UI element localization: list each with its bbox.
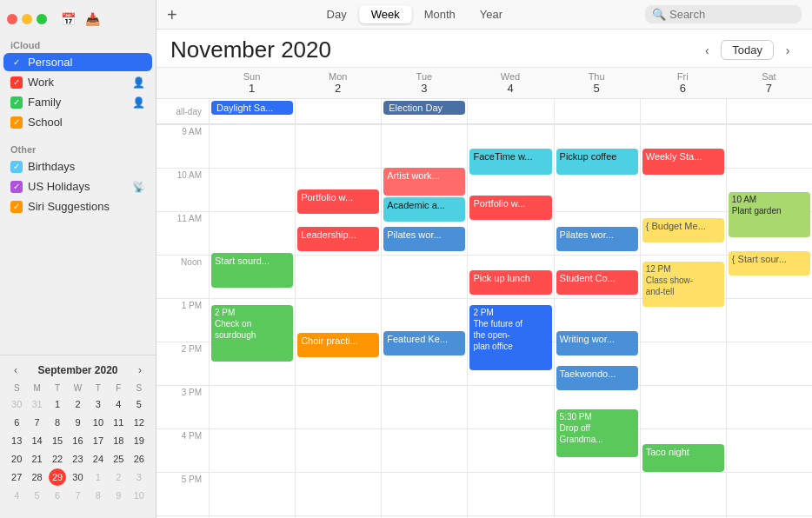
event-budget-me[interactable]: { Budget Me... xyxy=(642,218,724,242)
event-portfolio-mon[interactable]: Portfolio w... xyxy=(297,189,379,214)
mini-cal-day[interactable]: 4 xyxy=(8,487,25,504)
close-button[interactable] xyxy=(7,14,17,24)
sidebar-item-family[interactable]: ✓ Family 👤 xyxy=(3,93,152,111)
mini-cal-day[interactable]: 5 xyxy=(29,487,46,504)
mini-cal-day[interactable]: 17 xyxy=(90,432,107,449)
mini-cal-day[interactable]: 21 xyxy=(29,450,46,468)
event-taekwondo[interactable]: Taekwondo... xyxy=(556,366,638,390)
tab-month[interactable]: Month xyxy=(412,5,468,23)
mini-cal-day[interactable]: 6 xyxy=(8,414,25,431)
event-election-day[interactable]: Election Day xyxy=(383,101,465,115)
search-input[interactable] xyxy=(669,8,795,21)
mini-cal-day-today[interactable]: 29 xyxy=(49,468,66,486)
mini-cal-day[interactable]: 11 xyxy=(110,414,127,431)
mini-cal-day[interactable]: 7 xyxy=(69,487,86,504)
event-weekly-sta[interactable]: Weekly Sta... xyxy=(642,149,724,175)
event-artist-work[interactable]: Artist work... xyxy=(383,168,465,196)
mini-cal-day[interactable]: 12 xyxy=(130,414,148,431)
birthdays-checkbox[interactable]: ✓ xyxy=(10,161,23,173)
mini-cal-day[interactable]: 31 xyxy=(29,395,46,413)
cal-next-btn[interactable]: › xyxy=(777,40,798,61)
mini-cal-day[interactable]: 20 xyxy=(8,450,25,468)
mini-cal-day[interactable]: 2 xyxy=(69,395,86,413)
mini-cal-day[interactable]: 8 xyxy=(90,487,107,504)
sidebar-item-birthdays[interactable]: ✓ Birthdays xyxy=(3,157,152,176)
event-pickup-coffee[interactable]: Pickup coffee xyxy=(556,149,638,175)
event-writing-wor[interactable]: Writing wor... xyxy=(556,331,638,355)
sidebar-item-siri[interactable]: ✓ Siri Suggestions xyxy=(3,197,152,216)
cal-today-btn[interactable]: Today xyxy=(721,40,774,60)
mini-cal-day[interactable]: 28 xyxy=(29,468,46,486)
zoom-button[interactable] xyxy=(37,14,47,24)
mini-cal-day[interactable]: 10 xyxy=(130,487,148,504)
event-plant-garden[interactable]: 10 AMPlant garden xyxy=(729,192,810,237)
add-event-button[interactable]: + xyxy=(167,6,177,23)
family-checkbox[interactable]: ✓ xyxy=(10,96,23,109)
sidebar-item-work[interactable]: ✓ Work 👤 xyxy=(3,73,152,91)
sidebar-item-personal[interactable]: ✓ Personal xyxy=(3,53,152,71)
event-leadership[interactable]: Leadership... xyxy=(297,227,379,251)
mini-cal-day[interactable]: 13 xyxy=(8,432,25,449)
mini-cal-day[interactable]: 19 xyxy=(130,432,148,449)
mini-cal-day[interactable]: 24 xyxy=(90,450,107,468)
mini-cal-day[interactable]: 16 xyxy=(69,432,86,449)
mini-cal-day[interactable]: 3 xyxy=(90,395,107,413)
mini-cal-prev[interactable]: ‹ xyxy=(10,364,21,376)
mini-cal-next[interactable]: › xyxy=(135,364,145,376)
mini-cal-day[interactable]: 9 xyxy=(110,487,127,504)
mini-cal-day[interactable]: 30 xyxy=(69,468,86,486)
event-featured-ke[interactable]: Featured Ke... xyxy=(383,331,465,355)
search-box[interactable]: 🔍 xyxy=(645,5,802,23)
mini-cal-day[interactable]: 1 xyxy=(49,395,66,413)
mini-cal-day[interactable]: 1 xyxy=(90,468,107,486)
mini-cal-day[interactable]: 23 xyxy=(69,450,86,468)
mini-cal-day[interactable]: 7 xyxy=(29,414,46,431)
tab-day[interactable]: Day xyxy=(315,5,359,23)
sidebar-item-school[interactable]: ✓ School xyxy=(3,113,152,131)
mini-cal-day[interactable]: 22 xyxy=(49,450,66,468)
event-pilates-tue[interactable]: Pilates wor... xyxy=(383,227,465,251)
mini-cal-day[interactable]: 2 xyxy=(110,468,127,486)
mini-cal-day[interactable]: 27 xyxy=(8,468,25,486)
event-future-open-plan[interactable]: 2 PMThe future ofthe open-plan office xyxy=(469,305,551,370)
event-pilates-thu[interactable]: Pilates wor... xyxy=(556,227,638,251)
mini-cal-day[interactable]: 5 xyxy=(130,395,148,413)
mini-cal-day[interactable]: 9 xyxy=(69,414,86,431)
event-facetime[interactable]: FaceTime w... xyxy=(469,149,551,175)
minimize-button[interactable] xyxy=(22,14,32,24)
mini-cal-day[interactable]: 4 xyxy=(110,395,127,413)
event-start-sour-sat[interactable]: { Start sour... xyxy=(729,251,810,276)
calendar-icon[interactable]: 📅 xyxy=(59,10,77,28)
mini-cal-day[interactable]: 10 xyxy=(90,414,107,431)
event-daylight-saving[interactable]: Daylight Sa... xyxy=(211,101,293,115)
mini-cal-day[interactable]: 18 xyxy=(110,432,127,449)
us-holidays-checkbox[interactable]: ✓ xyxy=(10,181,23,193)
mini-cal-day[interactable]: 6 xyxy=(49,487,66,504)
event-academic[interactable]: Academic a... xyxy=(383,197,465,222)
event-start-sourdough[interactable]: Start sourd... xyxy=(211,253,293,288)
mini-cal-day[interactable]: 8 xyxy=(49,414,66,431)
mini-cal-day[interactable]: 25 xyxy=(110,450,127,468)
event-student-co[interactable]: Student Co... xyxy=(556,270,638,295)
event-check-sourdough[interactable]: 2 PMCheck onsourdough xyxy=(211,305,293,362)
mini-cal-day[interactable]: 15 xyxy=(49,432,66,449)
event-drop-off-grandma[interactable]: 5:30 PMDrop offGrandma... xyxy=(556,409,638,457)
siri-checkbox[interactable]: ✓ xyxy=(10,201,23,213)
sidebar-item-us-holidays[interactable]: ✓ US Holidays 📡 xyxy=(3,177,152,196)
event-portfolio-wed[interactable]: Portfolio w... xyxy=(469,196,551,220)
mini-cal-day[interactable]: 30 xyxy=(8,395,25,413)
event-class-show[interactable]: 12 PMClass show-and-tell xyxy=(642,262,724,307)
school-checkbox[interactable]: ✓ xyxy=(10,116,23,129)
work-checkbox[interactable]: ✓ xyxy=(10,76,23,89)
inbox-icon[interactable]: 📥 xyxy=(83,10,101,28)
event-choir[interactable]: Choir practi... xyxy=(297,333,379,357)
mini-cal-day[interactable]: 14 xyxy=(29,432,46,449)
week-scroll[interactable]: 9 AM 10 AM 11 AM Noon 1 PM 2 PM 3 PM 4 P… xyxy=(156,124,812,518)
tab-week[interactable]: Week xyxy=(359,5,412,23)
cal-prev-btn[interactable]: ‹ xyxy=(696,40,717,61)
event-taco-night[interactable]: Taco night xyxy=(642,444,724,472)
personal-checkbox[interactable]: ✓ xyxy=(10,56,23,69)
mini-cal-day[interactable]: 3 xyxy=(130,468,148,486)
event-pick-up-lunch[interactable]: Pick up lunch xyxy=(469,270,551,295)
tab-year[interactable]: Year xyxy=(468,5,515,23)
